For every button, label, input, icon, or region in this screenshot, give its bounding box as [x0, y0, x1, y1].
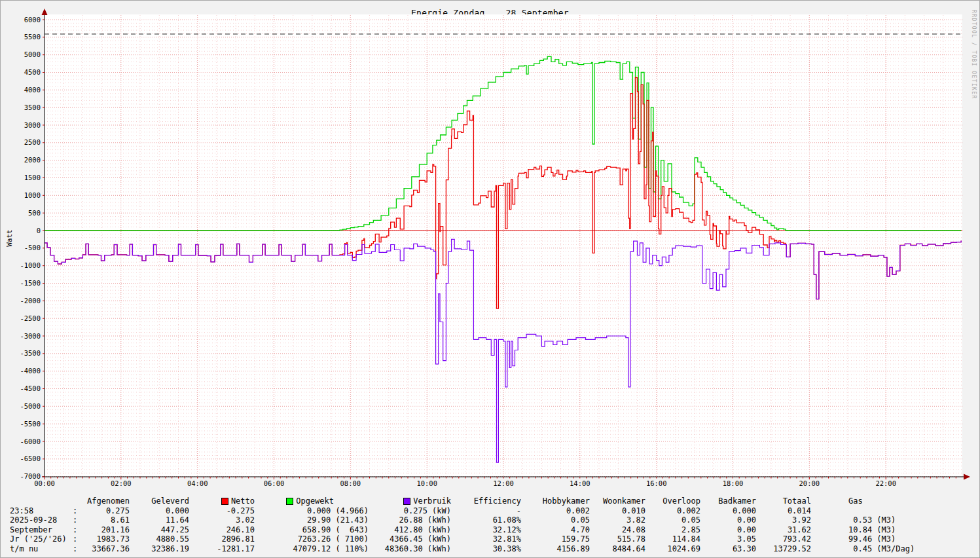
legend-swatch-verbruik [403, 498, 410, 505]
rrdtool-watermark: RRDTOOL / TOBI OETIKER [971, 10, 977, 100]
cell-efficiency: 61.08% [451, 515, 521, 525]
cell-opgewekt: 7263.26 ( 7100) [255, 534, 369, 544]
cell-afgenomen: 8.61 [81, 515, 130, 525]
cell-hobbykamer: 0.002 [521, 506, 590, 516]
cell-badkamer: 0.000 [700, 506, 756, 516]
cell-geleverd: 32386.19 [130, 544, 189, 554]
cell-afgenomen: 1983.73 [81, 534, 130, 544]
cell-efficiency: - [451, 506, 521, 516]
column-header-opgewekt: Opgewekt [255, 496, 369, 506]
energy-chart-canvas: -7000-6500-6000-5500-5000-4500-4000-3500… [1, 1, 980, 495]
column-header-label: Netto [231, 496, 255, 506]
svg-text:0: 0 [37, 227, 41, 234]
cell-opgewekt: 29.90 (21.43) [255, 515, 369, 525]
cell-woonkamer: 0.010 [590, 506, 645, 516]
svg-text:1000: 1000 [24, 191, 41, 199]
svg-text:2000: 2000 [24, 156, 41, 164]
svg-text:-2500: -2500 [20, 314, 41, 322]
svg-text:4500: 4500 [24, 68, 41, 76]
cell-afgenomen: 33667.36 [81, 544, 130, 554]
cell-hobbykamer: 159.75 [521, 534, 590, 544]
cell-overloop: 0.05 [645, 515, 700, 525]
cell-hobbykamer: 4156.89 [521, 544, 590, 554]
cell-gas: 99.46 (M3) [811, 534, 922, 544]
svg-text:02:00: 02:00 [111, 479, 132, 487]
row-label: September [10, 525, 71, 535]
svg-text:08:00: 08:00 [340, 479, 361, 487]
cell-hobbykamer: 0.05 [521, 515, 590, 525]
svg-text:06:00: 06:00 [264, 479, 285, 487]
cell-verbruik: 26.88 (kWh) [369, 515, 451, 525]
row-label: 2025-09-28 [10, 515, 71, 525]
svg-text:12:00: 12:00 [493, 479, 514, 487]
cell-gas: 0.45 (M3/Dag) [811, 544, 922, 554]
column-header-label: Opgewekt [296, 496, 334, 506]
cell-totaal: 13729.52 [756, 544, 811, 554]
cell-verbruik: 412.80 (kWh) [369, 525, 451, 535]
cell-woonkamer: 515.78 [590, 534, 645, 544]
row-label: Jr ('25/'26) [10, 534, 71, 544]
cell-badkamer: 0.00 [700, 525, 756, 535]
column-header-afgenomen: Afgenomen [81, 496, 130, 506]
svg-text:16:00: 16:00 [646, 479, 667, 487]
column-header-overloop: Overloop [645, 496, 700, 506]
cell-verbruik: 48360.30 (kWh) [369, 544, 451, 554]
row-colon: : [71, 506, 81, 516]
cell-badkamer: 3.05 [700, 534, 756, 544]
svg-text:-1000: -1000 [20, 261, 41, 269]
column-header-geleverd: Geleverd [130, 496, 189, 506]
svg-text:-5000: -5000 [20, 402, 41, 410]
cell-netto: -0.275 [189, 506, 255, 516]
svg-text:-4500: -4500 [20, 384, 41, 392]
column-header-woonkamer: Woonkamer [590, 496, 645, 506]
svg-text:5000: 5000 [24, 50, 41, 58]
table-header-row: AfgenomenGeleverdNettoOpgewektVerbruikEf… [10, 496, 939, 506]
column-header-gas: Gas [811, 496, 922, 506]
svg-text:6000: 6000 [24, 16, 41, 24]
svg-text:-3000: -3000 [20, 332, 41, 340]
svg-text:14:00: 14:00 [570, 479, 590, 487]
cell-woonkamer: 24.08 [590, 525, 645, 535]
svg-text:04:00: 04:00 [187, 479, 208, 487]
cell-badkamer: 0.00 [700, 515, 756, 525]
svg-text:22:00: 22:00 [875, 479, 896, 487]
table-row: 2025-09-28:8.6111.643.0229.90 (21.43)26.… [10, 515, 939, 525]
cell-overloop: 2.85 [645, 525, 700, 535]
svg-text:10:00: 10:00 [416, 479, 437, 487]
table-row: 23:58:0.2750.000-0.2750.000 (4.966)0.275… [10, 506, 939, 516]
cell-netto: 246.10 [189, 525, 255, 535]
svg-text:2500: 2500 [24, 138, 41, 146]
svg-text:20:00: 20:00 [799, 479, 820, 487]
svg-text:-4000: -4000 [20, 367, 41, 375]
cell-totaal: 0.014 [756, 506, 811, 516]
svg-text:-6500: -6500 [20, 455, 41, 462]
row-colon: : [71, 515, 81, 525]
cell-geleverd: 447.25 [130, 525, 189, 535]
table-header-spacer [10, 496, 71, 506]
cell-geleverd: 11.64 [130, 515, 189, 525]
svg-text:-6000: -6000 [20, 437, 41, 445]
column-header-efficiency: Efficiency [451, 496, 521, 506]
cell-woonkamer: 3.82 [590, 515, 645, 525]
cell-geleverd: 0.000 [130, 506, 189, 516]
svg-text:-2000: -2000 [20, 297, 41, 305]
table-header-spacer [71, 496, 81, 506]
row-colon: : [71, 534, 81, 544]
row-label: t/m nu [10, 544, 71, 554]
column-header-badkamer: Badkamer [700, 496, 756, 506]
svg-text:00:00: 00:00 [34, 479, 55, 487]
row-colon: : [71, 544, 81, 554]
svg-text:500: 500 [28, 209, 41, 217]
cell-opgewekt: 0.000 (4.966) [255, 506, 369, 516]
table-row: Jr ('25/'26):1983.734880.552896.817263.2… [10, 534, 939, 544]
row-colon: : [71, 525, 81, 535]
svg-text:-3500: -3500 [20, 349, 41, 357]
cell-opgewekt: 658.90 ( 643) [255, 525, 369, 535]
cell-overloop: 0.002 [645, 506, 700, 516]
cell-totaal: 793.42 [756, 534, 811, 544]
cell-netto: 3.02 [189, 515, 255, 525]
cell-verbruik: 0.275 (kW) [369, 506, 451, 516]
cell-overloop: 1024.69 [645, 544, 700, 554]
cell-woonkamer: 8484.64 [590, 544, 645, 554]
column-header-label: Verbruik [413, 496, 451, 506]
